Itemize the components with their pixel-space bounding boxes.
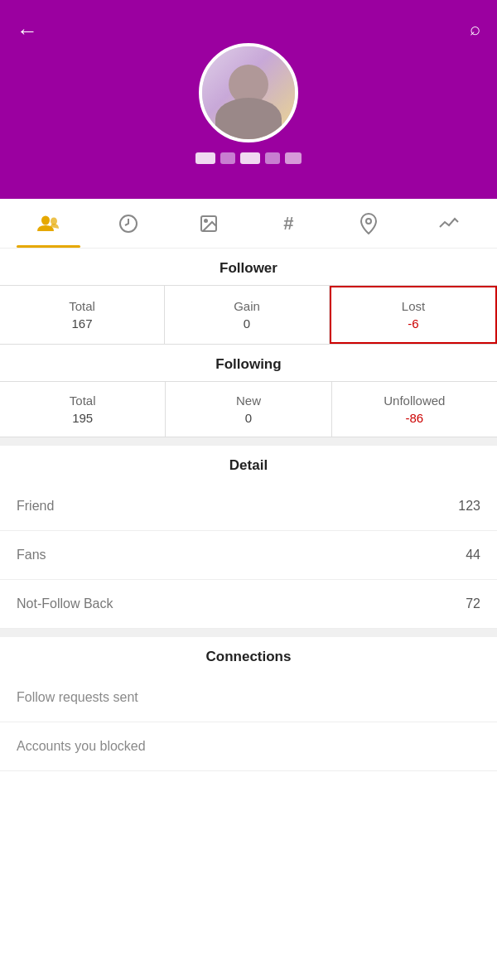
- tab-analytics[interactable]: [408, 199, 489, 248]
- blocked-accounts-label: Accounts you blocked: [17, 739, 146, 754]
- follower-gain-cell[interactable]: Gain 0: [165, 286, 330, 344]
- following-total-value: 195: [72, 411, 93, 425]
- connections-section: Connections Follow requests sent Account…: [0, 637, 497, 771]
- following-new-cell[interactable]: New 0: [166, 382, 331, 437]
- following-total-label: Total: [70, 393, 96, 408]
- avatar-image: [202, 46, 295, 139]
- story-dot-2: [220, 152, 235, 164]
- tab-bar: #: [0, 199, 497, 249]
- follower-total-label: Total: [69, 299, 95, 313]
- following-new-label: New: [236, 393, 261, 408]
- following-unfollowed-label: Unfollowed: [384, 393, 445, 408]
- back-button[interactable]: ←: [17, 18, 38, 44]
- connections-title: Connections: [0, 637, 497, 673]
- story-dot-3: [240, 152, 260, 164]
- detail-notfollowback-label: Not-Follow Back: [17, 596, 113, 611]
- follower-lost-cell[interactable]: Lost -6: [330, 286, 497, 344]
- following-unfollowed-value: -86: [405, 411, 423, 425]
- spacer-2: [0, 629, 497, 637]
- detail-notfollowback-value: 72: [466, 596, 480, 611]
- follower-total-value: 167: [71, 316, 92, 331]
- detail-notfollowback-row[interactable]: Not-Follow Back 72: [0, 580, 497, 629]
- follower-lost-label: Lost: [402, 299, 425, 313]
- follower-lost-value: -6: [408, 316, 418, 331]
- detail-title: Detail: [0, 446, 497, 482]
- detail-friend-label: Friend: [17, 499, 54, 514]
- detail-friend-value: 123: [458, 499, 480, 514]
- tab-location[interactable]: [329, 199, 409, 248]
- following-total-cell[interactable]: Total 195: [0, 382, 166, 437]
- following-new-value: 0: [245, 411, 252, 425]
- follower-gain-value: 0: [244, 316, 250, 331]
- story-dot-4: [265, 152, 280, 164]
- detail-fans-value: 44: [466, 548, 480, 562]
- tab-history[interactable]: [89, 199, 169, 248]
- story-dot-5: [285, 152, 302, 164]
- story-indicators: [195, 152, 302, 164]
- detail-fans-row[interactable]: Fans 44: [0, 531, 497, 580]
- follower-section: Follower Total 167 Gain 0 Lost -6: [0, 249, 497, 345]
- svg-point-0: [41, 215, 50, 224]
- follower-stats-row: Total 167 Gain 0 Lost -6: [0, 285, 497, 345]
- detail-friend-row[interactable]: Friend 123: [0, 482, 497, 531]
- detail-fans-label: Fans: [17, 548, 46, 562]
- following-title: Following: [0, 345, 497, 381]
- follower-total-cell[interactable]: Total 167: [0, 286, 165, 344]
- follow-requests-row[interactable]: Follow requests sent: [0, 673, 497, 722]
- following-stats-row: Total 195 New 0 Unfollowed -86: [0, 381, 497, 437]
- profile-header: ← ⌕: [0, 0, 497, 199]
- blocked-accounts-row[interactable]: Accounts you blocked: [0, 722, 497, 771]
- avatar: [199, 43, 298, 142]
- tab-image[interactable]: [168, 199, 248, 248]
- main-content: Follower Total 167 Gain 0 Lost -6 Follow…: [0, 249, 497, 980]
- search-button[interactable]: ⌕: [470, 18, 480, 40]
- svg-point-4: [205, 220, 207, 222]
- follower-title: Follower: [0, 249, 497, 285]
- following-section: Following Total 195 New 0 Unfollowed -86: [0, 345, 497, 437]
- spacer-1: [0, 437, 497, 446]
- tab-people[interactable]: [8, 199, 89, 248]
- story-dot-1: [195, 152, 215, 164]
- tab-hashtag[interactable]: #: [248, 199, 329, 248]
- svg-point-5: [366, 219, 371, 224]
- detail-section: Detail Friend 123 Fans 44 Not-Follow Bac…: [0, 446, 497, 629]
- follow-requests-label: Follow requests sent: [17, 690, 138, 705]
- follower-gain-label: Gain: [234, 299, 260, 313]
- following-unfollowed-cell[interactable]: Unfollowed -86: [332, 382, 497, 437]
